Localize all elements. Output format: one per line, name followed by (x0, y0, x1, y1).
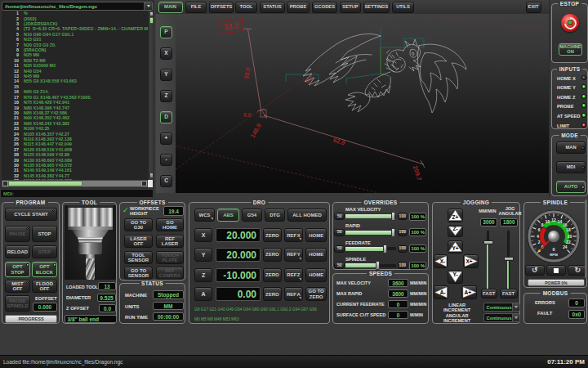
svg-text:22: 22 (566, 240, 571, 245)
svg-text:209.7: 209.7 (412, 164, 423, 182)
svg-text:2: 2 (538, 240, 541, 245)
svg-text:Y-: Y- (453, 272, 458, 277)
svg-text:20: 20 (568, 235, 572, 239)
svg-text:24: 24 (563, 245, 568, 249)
svg-text:12: 12 (551, 218, 556, 222)
svg-text:14: 14 (558, 220, 563, 224)
svg-text:62.9: 62.9 (332, 137, 346, 147)
svg-text:88.6: 88.6 (305, 74, 314, 84)
svg-text:10: 10 (546, 220, 550, 224)
svg-text:X-: X- (439, 258, 444, 264)
svg-text:6: 6 (538, 228, 541, 232)
svg-text:148.9: 148.9 (249, 122, 263, 139)
svg-text:16: 16 (563, 223, 568, 227)
svg-text:X+: X+ (466, 258, 472, 264)
svg-text:0: 0 (552, 247, 555, 252)
svg-text:Z-: Z- (453, 226, 458, 231)
svg-text:38.0: 38.0 (243, 67, 252, 80)
svg-text:0.0: 0.0 (243, 112, 252, 118)
svg-text:A-: A- (439, 289, 445, 295)
svg-text:18: 18 (566, 228, 571, 232)
svg-text:Y+: Y+ (452, 245, 459, 251)
svg-text:4: 4 (537, 235, 539, 239)
svg-text:A+: A+ (464, 289, 471, 295)
svg-text:Z+: Z+ (452, 214, 459, 220)
svg-text:38.0: 38.0 (223, 20, 239, 31)
svg-text:RPM: RPM (550, 253, 558, 257)
svg-text:8: 8 (541, 223, 544, 227)
